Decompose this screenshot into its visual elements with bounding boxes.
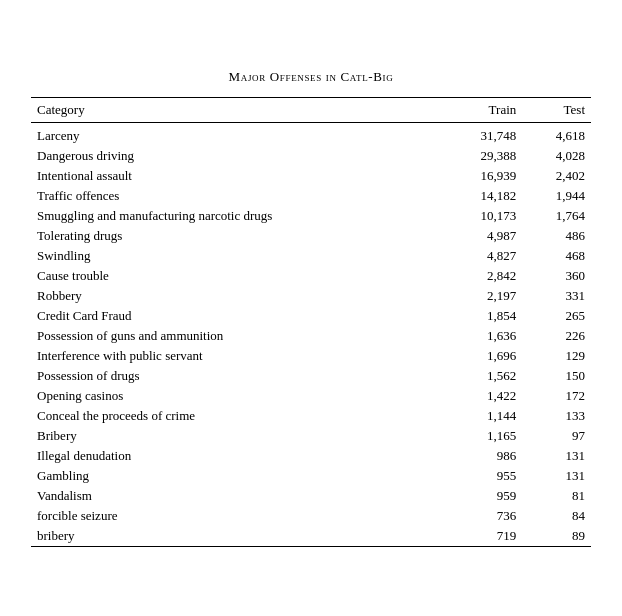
train-cell: 959 bbox=[443, 486, 522, 506]
test-cell: 486 bbox=[522, 226, 591, 246]
category-cell: Illegal denudation bbox=[31, 446, 443, 466]
table-row: Smuggling and manufacturing narcotic dru… bbox=[31, 206, 591, 226]
test-cell: 84 bbox=[522, 506, 591, 526]
category-cell: Cause trouble bbox=[31, 266, 443, 286]
table-row: bribery71989 bbox=[31, 526, 591, 547]
category-cell: Opening casinos bbox=[31, 386, 443, 406]
test-cell: 150 bbox=[522, 366, 591, 386]
category-cell: Bribery bbox=[31, 426, 443, 446]
test-cell: 131 bbox=[522, 466, 591, 486]
table-row: Cause trouble2,842360 bbox=[31, 266, 591, 286]
table-row: Credit Card Fraud1,854265 bbox=[31, 306, 591, 326]
test-cell: 4,618 bbox=[522, 123, 591, 147]
train-cell: 29,388 bbox=[443, 146, 522, 166]
test-cell: 226 bbox=[522, 326, 591, 346]
category-cell: Conceal the proceeds of crime bbox=[31, 406, 443, 426]
category-cell: Intentional assault bbox=[31, 166, 443, 186]
table-row: Opening casinos1,422172 bbox=[31, 386, 591, 406]
train-cell: 719 bbox=[443, 526, 522, 547]
test-cell: 133 bbox=[522, 406, 591, 426]
test-cell: 331 bbox=[522, 286, 591, 306]
table-row: Larceny31,7484,618 bbox=[31, 123, 591, 147]
table-row: Conceal the proceeds of crime1,144133 bbox=[31, 406, 591, 426]
table-row: Illegal denudation986131 bbox=[31, 446, 591, 466]
train-cell: 2,197 bbox=[443, 286, 522, 306]
train-cell: 1,636 bbox=[443, 326, 522, 346]
test-cell: 97 bbox=[522, 426, 591, 446]
category-cell: bribery bbox=[31, 526, 443, 547]
table-row: forcible seizure73684 bbox=[31, 506, 591, 526]
category-cell: Interference with public servant bbox=[31, 346, 443, 366]
test-cell: 129 bbox=[522, 346, 591, 366]
table-row: Vandalism95981 bbox=[31, 486, 591, 506]
train-cell: 14,182 bbox=[443, 186, 522, 206]
test-cell: 360 bbox=[522, 266, 591, 286]
train-cell: 31,748 bbox=[443, 123, 522, 147]
category-cell: Vandalism bbox=[31, 486, 443, 506]
category-cell: Credit Card Fraud bbox=[31, 306, 443, 326]
table-row: Interference with public servant1,696129 bbox=[31, 346, 591, 366]
category-cell: Gambling bbox=[31, 466, 443, 486]
table-row: Possession of guns and ammunition1,63622… bbox=[31, 326, 591, 346]
table-row: Dangerous driving29,3884,028 bbox=[31, 146, 591, 166]
train-cell: 1,854 bbox=[443, 306, 522, 326]
train-cell: 986 bbox=[443, 446, 522, 466]
table-row: Tolerating drugs4,987486 bbox=[31, 226, 591, 246]
test-cell: 131 bbox=[522, 446, 591, 466]
category-cell: Swindling bbox=[31, 246, 443, 266]
test-cell: 2,402 bbox=[522, 166, 591, 186]
test-cell: 265 bbox=[522, 306, 591, 326]
main-container: Major Offenses in Catl-Big Category Trai… bbox=[21, 49, 601, 567]
category-cell: Tolerating drugs bbox=[31, 226, 443, 246]
table-row: Robbery2,197331 bbox=[31, 286, 591, 306]
category-cell: Dangerous driving bbox=[31, 146, 443, 166]
train-cell: 1,562 bbox=[443, 366, 522, 386]
train-cell: 4,827 bbox=[443, 246, 522, 266]
test-cell: 1,944 bbox=[522, 186, 591, 206]
train-cell: 1,165 bbox=[443, 426, 522, 446]
test-cell: 468 bbox=[522, 246, 591, 266]
train-cell: 955 bbox=[443, 466, 522, 486]
category-cell: Larceny bbox=[31, 123, 443, 147]
train-header: Train bbox=[443, 98, 522, 123]
test-header: Test bbox=[522, 98, 591, 123]
train-cell: 16,939 bbox=[443, 166, 522, 186]
train-cell: 1,422 bbox=[443, 386, 522, 406]
category-cell: Robbery bbox=[31, 286, 443, 306]
category-header: Category bbox=[31, 98, 443, 123]
offenses-table: Category Train Test Larceny31,7484,618Da… bbox=[31, 97, 591, 547]
test-cell: 81 bbox=[522, 486, 591, 506]
train-cell: 4,987 bbox=[443, 226, 522, 246]
train-cell: 736 bbox=[443, 506, 522, 526]
test-cell: 4,028 bbox=[522, 146, 591, 166]
train-cell: 1,696 bbox=[443, 346, 522, 366]
train-cell: 1,144 bbox=[443, 406, 522, 426]
test-cell: 1,764 bbox=[522, 206, 591, 226]
table-row: Gambling955131 bbox=[31, 466, 591, 486]
table-row: Traffic offences14,1821,944 bbox=[31, 186, 591, 206]
test-cell: 89 bbox=[522, 526, 591, 547]
category-cell: forcible seizure bbox=[31, 506, 443, 526]
table-row: Bribery1,16597 bbox=[31, 426, 591, 446]
category-cell: Traffic offences bbox=[31, 186, 443, 206]
train-cell: 10,173 bbox=[443, 206, 522, 226]
category-cell: Possession of drugs bbox=[31, 366, 443, 386]
table-row: Swindling4,827468 bbox=[31, 246, 591, 266]
table-row: Intentional assault16,9392,402 bbox=[31, 166, 591, 186]
train-cell: 2,842 bbox=[443, 266, 522, 286]
category-cell: Possession of guns and ammunition bbox=[31, 326, 443, 346]
category-cell: Smuggling and manufacturing narcotic dru… bbox=[31, 206, 443, 226]
test-cell: 172 bbox=[522, 386, 591, 406]
table-title: Major Offenses in Catl-Big bbox=[31, 69, 591, 85]
table-row: Possession of drugs1,562150 bbox=[31, 366, 591, 386]
table-header-row: Category Train Test bbox=[31, 98, 591, 123]
